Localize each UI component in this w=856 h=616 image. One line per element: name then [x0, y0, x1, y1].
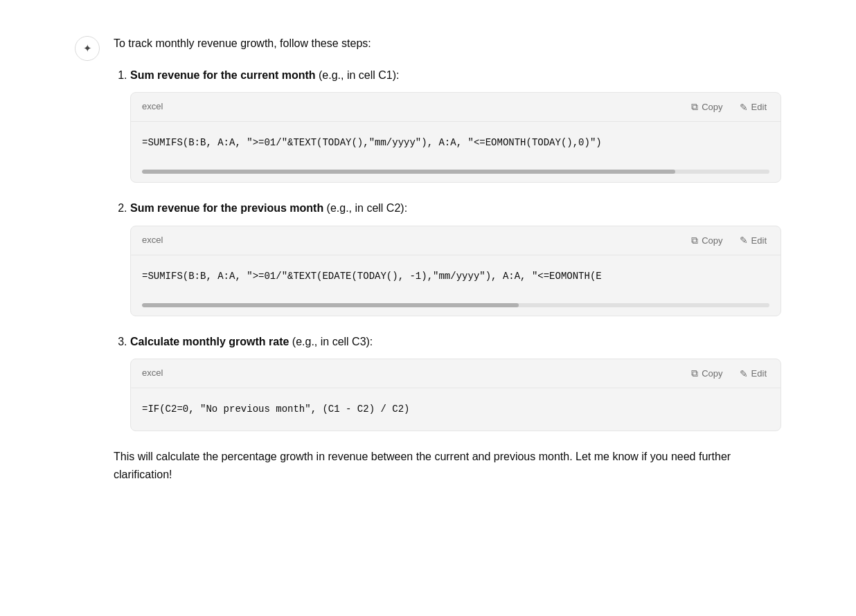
code-text-2: =SUMIFS(B:B, A:A, ">=01/"&TEXT(EDATE(TOD…: [142, 269, 769, 284]
svg-text:✦: ✦: [83, 42, 92, 54]
step-1: Sum revenue for the current month (e.g.,…: [130, 66, 781, 183]
edit-label-3: Edit: [751, 368, 767, 379]
intro-text: To track monthly revenue growth, follow …: [114, 35, 781, 53]
code-body-1: =SUMIFS(B:B, A:A, ">=01/"&TEXT(TODAY(),"…: [131, 122, 781, 164]
edit-icon-1: ✎: [740, 102, 748, 113]
code-text-1: =SUMIFS(B:B, A:A, ">=01/"&TEXT(TODAY(),"…: [142, 136, 769, 150]
code-block-3: excel ⧉ Copy ✎ Edit: [130, 359, 781, 431]
code-actions-1: ⧉ Copy ✎ Edit: [688, 100, 769, 114]
code-header-1: excel ⧉ Copy ✎ Edit: [131, 93, 781, 122]
step-3-normal: (e.g., in cell C3):: [289, 336, 373, 347]
copy-icon-3: ⧉: [691, 368, 698, 379]
copy-button-1[interactable]: ⧉ Copy: [688, 100, 725, 114]
scrollbar-track-2[interactable]: [142, 303, 769, 307]
code-body-3: =IF(C2=0, "No previous month", (C1 - C2)…: [131, 388, 781, 431]
code-block-2: excel ⧉ Copy ✎ Edit: [130, 226, 781, 316]
step-2-label: Sum revenue for the previous month (e.g.…: [130, 199, 781, 217]
code-text-3: =IF(C2=0, "No previous month", (C1 - C2)…: [142, 402, 769, 417]
step-1-bold: Sum revenue for the current month: [130, 69, 316, 81]
edit-icon-2: ✎: [740, 235, 748, 246]
scrollbar-track-1[interactable]: [142, 170, 769, 174]
step-3-bold: Calculate monthly growth rate: [130, 336, 289, 347]
message-container: ✦ To track monthly revenue growth, follo…: [47, 21, 809, 498]
copy-icon-1: ⧉: [691, 101, 698, 113]
code-lang-1: excel: [142, 100, 163, 114]
copy-label-2: Copy: [702, 235, 722, 246]
step-3-label: Calculate monthly growth rate (e.g., in …: [130, 333, 781, 351]
code-lang-2: excel: [142, 233, 163, 248]
edit-button-1[interactable]: ✎ Edit: [737, 100, 769, 114]
scrollbar-thumb-2: [142, 303, 519, 307]
copy-button-2[interactable]: ⧉ Copy: [688, 233, 725, 248]
step-2: Sum revenue for the previous month (e.g.…: [130, 199, 781, 316]
scrollbar-thumb-1: [142, 170, 675, 174]
edit-label-2: Edit: [751, 235, 767, 246]
steps-list: Sum revenue for the current month (e.g.,…: [114, 66, 781, 432]
code-block-1: excel ⧉ Copy ✎ Edit: [130, 92, 781, 183]
message-content: To track monthly revenue growth, follow …: [114, 35, 781, 484]
edit-label-1: Edit: [751, 102, 767, 112]
edit-button-3[interactable]: ✎ Edit: [737, 367, 769, 381]
copy-label-3: Copy: [702, 368, 722, 379]
footer-text: This will calculate the percentage growt…: [114, 448, 781, 483]
copy-icon-2: ⧉: [691, 235, 698, 246]
copy-button-3[interactable]: ⧉ Copy: [688, 366, 725, 381]
avatar: ✦: [75, 36, 100, 61]
step-2-bold: Sum revenue for the previous month: [130, 202, 323, 214]
edit-icon-3: ✎: [740, 368, 748, 379]
step-1-normal: (e.g., in cell C1):: [316, 69, 400, 81]
code-actions-2: ⧉ Copy ✎ Edit: [688, 233, 769, 248]
copy-label-1: Copy: [702, 102, 722, 112]
step-1-label: Sum revenue for the current month (e.g.,…: [130, 66, 781, 84]
code-lang-3: excel: [142, 366, 163, 381]
code-actions-3: ⧉ Copy ✎ Edit: [688, 366, 769, 381]
code-header-3: excel ⧉ Copy ✎ Edit: [131, 359, 781, 388]
edit-button-2[interactable]: ✎ Edit: [737, 233, 769, 247]
code-body-2: =SUMIFS(B:B, A:A, ">=01/"&TEXT(EDATE(TOD…: [131, 255, 781, 298]
code-header-2: excel ⧉ Copy ✎ Edit: [131, 226, 781, 255]
step-3: Calculate monthly growth rate (e.g., in …: [130, 333, 781, 432]
step-2-normal: (e.g., in cell C2):: [323, 202, 407, 214]
